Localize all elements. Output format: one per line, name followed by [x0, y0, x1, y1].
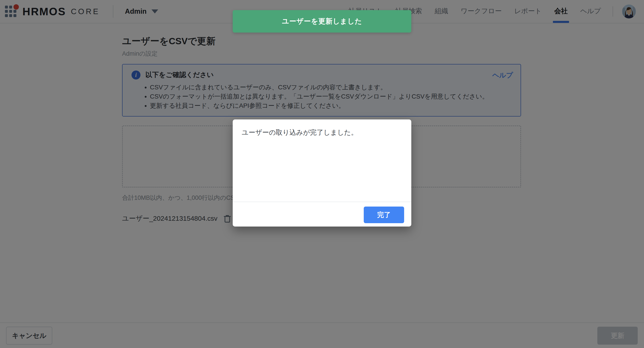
dialog-body: ユーザーの取り込みが完了しました。 — [233, 119, 411, 202]
import-complete-dialog: ユーザーの取り込みが完了しました。 完了 — [233, 119, 411, 226]
dialog-message: ユーザーの取り込みが完了しました。 — [242, 128, 402, 137]
success-toast: ユーザーを更新しました — [233, 10, 411, 33]
dialog-footer: 完了 — [233, 202, 411, 226]
app-screen: HRMOS CORE Admin 社員リスト 社員検索 組織 ワークフロー レポ… — [0, 0, 644, 348]
toast-message: ユーザーを更新しました — [282, 17, 362, 26]
done-button[interactable]: 完了 — [364, 207, 404, 223]
